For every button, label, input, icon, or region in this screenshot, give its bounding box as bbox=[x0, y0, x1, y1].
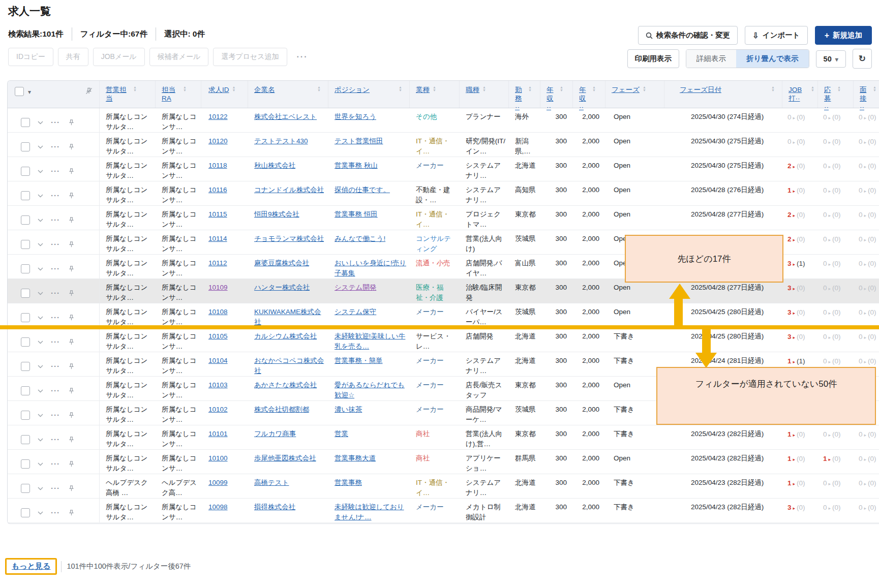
pin-icon[interactable] bbox=[68, 289, 75, 297]
job-id-link[interactable]: 10118 bbox=[208, 162, 227, 169]
position-link[interactable]: 探偵の仕事です。 bbox=[335, 186, 390, 194]
col-header-job-approach[interactable]: JOB打·· bbox=[782, 81, 818, 108]
company-link[interactable]: おなかペコペコ株式会社 bbox=[254, 357, 324, 375]
more-actions-button[interactable]: ··· bbox=[294, 48, 311, 66]
col-header-industry[interactable]: 業種 bbox=[410, 81, 460, 108]
sort-icon[interactable] bbox=[771, 86, 775, 92]
row-checkbox[interactable] bbox=[21, 264, 30, 273]
col-header-job-id[interactable]: 求人ID bbox=[201, 81, 248, 108]
row-checkbox[interactable] bbox=[21, 508, 30, 517]
ellipsis-icon[interactable] bbox=[51, 412, 60, 418]
id-copy-button[interactable]: IDコピー bbox=[8, 48, 53, 66]
sort-icon[interactable] bbox=[643, 86, 646, 92]
job-id-link[interactable]: 10112 bbox=[208, 259, 227, 267]
position-link[interactable]: 世界を知ろう bbox=[335, 113, 376, 120]
pin-icon[interactable] bbox=[68, 192, 75, 200]
ellipsis-icon[interactable] bbox=[51, 388, 60, 394]
company-link[interactable]: 歩尾他亜図株式会社 bbox=[254, 454, 316, 462]
pin-icon[interactable] bbox=[68, 118, 75, 127]
chevron-down-icon[interactable] bbox=[38, 243, 43, 246]
chevron-down-icon[interactable] bbox=[38, 341, 43, 344]
col-header-interviews[interactable]: 面接·· bbox=[854, 81, 879, 108]
print-view-button[interactable]: 印刷用表示 bbox=[627, 49, 680, 68]
ellipsis-icon[interactable] bbox=[51, 168, 60, 174]
company-link[interactable]: KUKIWAKAME株式会社 bbox=[254, 308, 321, 326]
position-link[interactable]: 愛があるならだれでも歓迎☆ bbox=[335, 381, 405, 399]
load-more-link[interactable]: もっと見る bbox=[12, 562, 50, 570]
position-link[interactable]: みんなで働こう! bbox=[335, 235, 385, 242]
chevron-down-icon[interactable] bbox=[38, 316, 43, 320]
pin-icon[interactable] bbox=[68, 314, 75, 322]
pin-icon[interactable] bbox=[68, 216, 75, 224]
row-checkbox[interactable] bbox=[21, 167, 30, 176]
ellipsis-icon[interactable] bbox=[51, 193, 60, 199]
company-link[interactable]: 損得株式会社 bbox=[254, 503, 295, 511]
chevron-down-icon[interactable] bbox=[38, 219, 43, 222]
detail-view-tab[interactable]: 詳細表示 bbox=[686, 50, 736, 68]
chevron-down-icon[interactable] bbox=[38, 267, 43, 271]
col-header-sales[interactable]: 営業担当 bbox=[100, 81, 156, 108]
company-link[interactable]: 恒田9株式会社 bbox=[254, 210, 299, 218]
company-link[interactable]: あかさたな株式会社 bbox=[254, 381, 317, 389]
position-link[interactable]: 営業事務・簡単 bbox=[335, 357, 383, 364]
job-id-link[interactable]: 10122 bbox=[208, 113, 228, 120]
sort-icon[interactable] bbox=[317, 86, 321, 92]
chevron-down-icon[interactable] bbox=[38, 511, 43, 515]
sort-icon[interactable] bbox=[811, 86, 814, 92]
company-link[interactable]: カルシウム株式会社 bbox=[254, 332, 317, 340]
job-id-link[interactable]: 10102 bbox=[208, 406, 228, 413]
ellipsis-icon[interactable] bbox=[51, 241, 60, 247]
col-header-applications[interactable]: 応募·· bbox=[818, 81, 854, 108]
chevron-down-icon[interactable] bbox=[38, 121, 43, 125]
pin-icon[interactable] bbox=[68, 484, 75, 492]
ellipsis-icon[interactable] bbox=[51, 217, 60, 223]
company-link[interactable]: テストテスト430 bbox=[254, 137, 308, 145]
sort-icon[interactable] bbox=[133, 86, 137, 92]
row-checkbox[interactable] bbox=[21, 484, 30, 493]
pin-icon[interactable] bbox=[68, 143, 75, 151]
sort-icon[interactable] bbox=[560, 86, 563, 92]
job-id-link[interactable]: 10101 bbox=[208, 430, 228, 438]
collapsed-view-tab[interactable]: 折り畳んで表示 bbox=[736, 50, 809, 68]
job-id-link[interactable]: 10116 bbox=[208, 186, 227, 194]
search-conditions-button[interactable]: 検索条件の確認・変更 bbox=[638, 26, 738, 45]
company-link[interactable]: チョモランマ株式会社 bbox=[254, 235, 324, 242]
row-checkbox[interactable] bbox=[21, 313, 30, 322]
sort-icon[interactable] bbox=[592, 86, 596, 92]
pin-icon[interactable] bbox=[68, 167, 75, 175]
col-header-phase[interactable]: フェーズ bbox=[605, 81, 664, 108]
position-link[interactable]: 営業事務 bbox=[335, 479, 362, 486]
position-link[interactable]: 営業事務 秋山 bbox=[335, 162, 378, 169]
chevron-down-icon[interactable] bbox=[38, 389, 43, 393]
row-checkbox[interactable] bbox=[21, 142, 30, 151]
refresh-button[interactable] bbox=[853, 49, 872, 69]
row-checkbox[interactable] bbox=[21, 386, 30, 395]
row-checkbox[interactable] bbox=[21, 362, 30, 371]
col-header-salary-max[interactable]: 年収·· bbox=[573, 81, 605, 108]
col-header-job-type[interactable]: 職種 bbox=[460, 81, 509, 108]
pin-icon[interactable] bbox=[68, 411, 75, 419]
ellipsis-icon[interactable] bbox=[51, 363, 60, 369]
company-link[interactable]: コナンドイル株式会社 bbox=[254, 186, 324, 194]
pin-icon[interactable] bbox=[68, 509, 75, 517]
pin-icon[interactable] bbox=[68, 338, 75, 346]
row-checkbox[interactable] bbox=[21, 435, 30, 444]
row-checkbox[interactable] bbox=[21, 191, 30, 200]
chevron-down-icon[interactable] bbox=[38, 365, 43, 368]
ellipsis-icon[interactable] bbox=[51, 339, 60, 345]
sort-icon[interactable] bbox=[837, 86, 841, 92]
row-checkbox[interactable] bbox=[21, 459, 30, 469]
pin-icon[interactable] bbox=[68, 460, 75, 468]
col-header-location[interactable]: 勤務·· bbox=[509, 81, 540, 108]
sort-icon[interactable] bbox=[433, 86, 436, 92]
company-link[interactable]: 秋山株式会社 bbox=[254, 162, 295, 169]
sort-icon[interactable] bbox=[482, 86, 486, 92]
job-id-link[interactable]: 10104 bbox=[208, 357, 228, 364]
page-size-dropdown[interactable]: 50 bbox=[816, 50, 846, 68]
job-id-link[interactable]: 10108 bbox=[208, 308, 228, 316]
company-link[interactable]: 株式会社エベレスト bbox=[254, 113, 317, 120]
position-link[interactable]: 濃い抹茶 bbox=[335, 406, 362, 413]
company-link[interactable]: 高橋テスト bbox=[254, 479, 289, 486]
position-link[interactable]: 未経験歓迎!美味しい牛乳を売る… bbox=[335, 332, 405, 350]
ellipsis-icon[interactable] bbox=[51, 290, 60, 296]
